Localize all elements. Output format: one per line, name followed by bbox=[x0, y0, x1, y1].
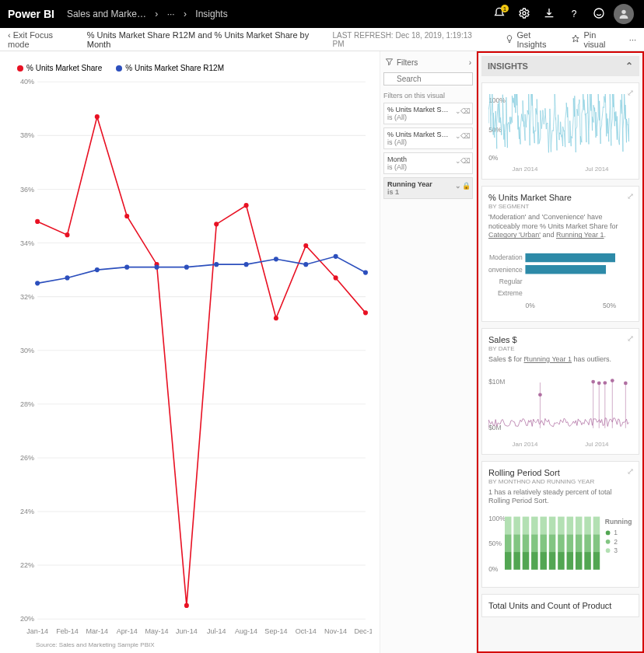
filter-search-input[interactable] bbox=[383, 72, 473, 86]
svg-text:Nov-14: Nov-14 bbox=[324, 627, 347, 635]
svg-text:Oct-14: Oct-14 bbox=[296, 627, 317, 635]
filters-section-label: Filters on this visual bbox=[383, 92, 473, 100]
svg-text:Dec-14: Dec-14 bbox=[354, 627, 372, 635]
svg-rect-105 bbox=[540, 552, 547, 570]
svg-rect-122 bbox=[593, 534, 600, 552]
visual-title: % Units Market Share R12M and % Units Ma… bbox=[87, 30, 333, 49]
svg-point-84 bbox=[611, 379, 614, 382]
svg-point-57 bbox=[274, 257, 278, 261]
svg-point-48 bbox=[363, 310, 368, 315]
clear-filter-icon[interactable]: 🔒 bbox=[462, 182, 471, 190]
clear-filter-icon[interactable]: ⌫ bbox=[460, 107, 471, 115]
filter-card[interactable]: % Units Market Share R12Mis (All)⌄⌫ bbox=[383, 127, 473, 149]
download-button[interactable] bbox=[537, 2, 562, 26]
svg-text:38%: 38% bbox=[20, 131, 34, 139]
insight-card[interactable]: % Units Market ShareBY SEGMENT'Moderatio… bbox=[481, 186, 639, 322]
pin-insight-icon[interactable]: ⤢ bbox=[627, 466, 634, 477]
svg-text:34%: 34% bbox=[20, 239, 34, 247]
insight-card-next[interactable]: Total Units and Count of Product bbox=[481, 594, 639, 617]
svg-text:50%: 50% bbox=[488, 540, 502, 548]
insight-card[interactable]: ⤢ 100% 50% 0% Jan 2014Jul 2014 bbox=[481, 82, 639, 180]
focus-mode-toolbar: ‹ Exit Focus mode % Units Market Share R… bbox=[0, 28, 644, 51]
svg-rect-106 bbox=[549, 517, 556, 535]
exit-focus-mode-button[interactable]: ‹ Exit Focus mode bbox=[8, 30, 76, 49]
svg-point-40 bbox=[124, 214, 129, 218]
more-options-button[interactable]: ··· bbox=[629, 35, 636, 44]
svg-text:2: 2 bbox=[614, 538, 618, 546]
svg-text:Moderation: Moderation bbox=[489, 253, 523, 261]
insight-description: 1 has a relatively steady percent of tot… bbox=[488, 488, 632, 506]
line-chart[interactable]: 20%22%24%26%28%30%32%34%36%38%40%Jan-14F… bbox=[12, 75, 372, 638]
svg-text:Convenience: Convenience bbox=[488, 266, 523, 274]
svg-text:24%: 24% bbox=[20, 508, 34, 515]
svg-point-51 bbox=[95, 267, 100, 272]
svg-text:$10M: $10M bbox=[488, 378, 505, 386]
insight-card[interactable]: Rolling Period SortBY MONTHNO AND RUNNIN… bbox=[481, 461, 639, 588]
insight-card[interactable]: Sales $BY DATESales $ for Running Year 1… bbox=[481, 328, 639, 455]
svg-rect-95 bbox=[513, 534, 520, 552]
settings-button[interactable] bbox=[512, 2, 537, 26]
help-button[interactable]: ? bbox=[562, 2, 586, 26]
breadcrumb-workspace[interactable]: Sales and Marke… bbox=[67, 9, 146, 19]
filter-name: % Units Market Share R12M bbox=[387, 131, 451, 138]
insight-mini-chart: ModerationConvenienceRegularExtreme0%50% bbox=[488, 245, 632, 315]
pin-visual-button[interactable]: Pin visual bbox=[571, 30, 619, 49]
legend-dot-a bbox=[17, 65, 23, 72]
svg-text:100%: 100% bbox=[488, 96, 506, 104]
insight-subtitle: BY DATE bbox=[488, 345, 632, 352]
svg-point-129 bbox=[606, 548, 611, 553]
insight-x-labels: Jan 2014Jul 2014 bbox=[488, 166, 632, 173]
brand-label: Power BI bbox=[8, 8, 54, 20]
svg-point-50 bbox=[65, 275, 69, 280]
svg-rect-103 bbox=[540, 517, 547, 535]
pin-insight-icon[interactable]: ⤢ bbox=[627, 333, 634, 344]
get-insights-button[interactable]: Get Insights bbox=[505, 30, 562, 49]
svg-point-37 bbox=[35, 219, 40, 224]
svg-text:Jul-14: Jul-14 bbox=[207, 627, 226, 635]
insight-mini-chart: 100% 50% 0% bbox=[488, 94, 632, 164]
profile-button[interactable] bbox=[611, 2, 636, 26]
svg-text:Regular: Regular bbox=[499, 278, 523, 285]
svg-rect-119 bbox=[584, 534, 591, 552]
feedback-button[interactable] bbox=[586, 2, 611, 26]
svg-rect-108 bbox=[549, 552, 556, 570]
pin-insight-icon[interactable]: ⤢ bbox=[627, 88, 634, 98]
chevron-down-icon: ⌄ bbox=[455, 182, 461, 190]
svg-point-60 bbox=[363, 270, 368, 274]
svg-point-44 bbox=[244, 203, 249, 208]
filters-panel: Filters › ⌕ Filters on this visual % Uni… bbox=[380, 51, 477, 653]
insight-subtitle: BY MONTHNO AND RUNNING YEAR bbox=[488, 478, 632, 485]
svg-text:30%: 30% bbox=[20, 347, 34, 354]
chevron-up-icon: ⌃ bbox=[625, 61, 633, 72]
svg-text:0%: 0% bbox=[488, 154, 499, 162]
svg-text:32%: 32% bbox=[20, 293, 34, 301]
chart-panel: % Units Market Share % Units Market Shar… bbox=[0, 51, 380, 653]
filter-card[interactable]: Running Yearis 1⌄🔒 bbox=[383, 177, 473, 199]
clear-filter-icon[interactable]: ⌫ bbox=[460, 132, 471, 140]
svg-text:40%: 40% bbox=[20, 78, 34, 86]
svg-point-59 bbox=[334, 254, 338, 259]
svg-rect-117 bbox=[576, 552, 583, 570]
svg-rect-93 bbox=[505, 552, 512, 570]
svg-rect-116 bbox=[576, 534, 583, 552]
filters-header[interactable]: Filters › bbox=[383, 56, 473, 69]
filter-name: Running Year bbox=[387, 180, 451, 188]
clear-filter-icon[interactable]: ⌫ bbox=[460, 157, 471, 165]
breadcrumb-page[interactable]: Insights bbox=[195, 9, 227, 19]
last-refresh-label: LAST REFRESH: Dec 18, 2019, 1:19:13 PM bbox=[332, 31, 484, 48]
pin-insight-icon[interactable]: ⤢ bbox=[627, 191, 634, 201]
legend-item-a: % Units Market Share bbox=[17, 64, 102, 72]
filter-card[interactable]: % Units Market Shareis (All)⌄⌫ bbox=[383, 103, 473, 124]
filter-card[interactable]: Monthis (All)⌄⌫ bbox=[383, 152, 473, 174]
notifications-button[interactable]: 1 bbox=[487, 2, 512, 26]
svg-point-55 bbox=[214, 262, 219, 267]
svg-point-52 bbox=[124, 265, 129, 270]
download-icon bbox=[543, 7, 555, 22]
svg-rect-107 bbox=[549, 534, 556, 552]
svg-text:May-14: May-14 bbox=[145, 627, 168, 635]
svg-rect-97 bbox=[523, 517, 530, 535]
chevron-right-icon: › bbox=[469, 58, 471, 67]
svg-point-46 bbox=[303, 243, 308, 248]
insights-header[interactable]: INSIGHTS ⌃ bbox=[481, 56, 639, 76]
svg-text:Sep-14: Sep-14 bbox=[264, 627, 287, 635]
